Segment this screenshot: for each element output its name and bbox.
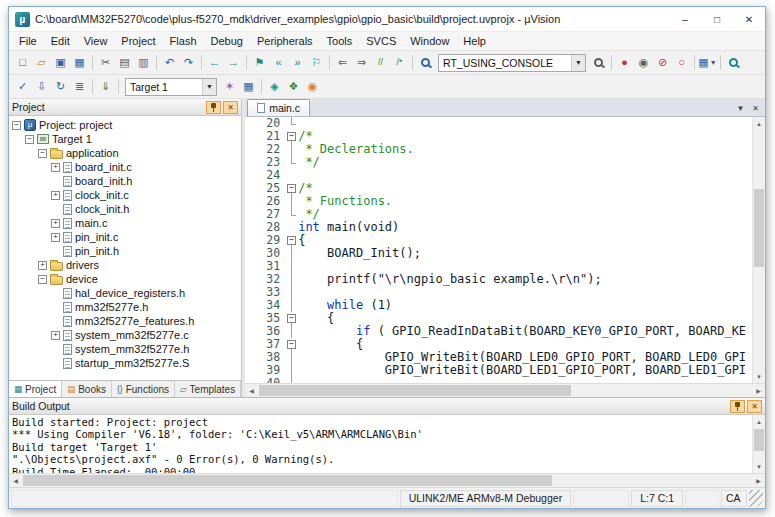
tree-item-main-c[interactable]: +main.c [9,216,241,230]
chevron-down-icon[interactable]: ▼ [710,59,717,66]
menu-item-debug[interactable]: Debug [204,32,250,50]
tree-item-clock-init-c[interactable]: +clock_init.c [9,188,241,202]
scrollbar-thumb[interactable] [754,429,764,451]
editor-horizontal-scrollbar[interactable]: ◀ ▶ [245,383,765,397]
uncomment-selection-button[interactable]: /* [390,53,409,72]
debug-session-button[interactable]: ◉ [303,77,322,96]
menu-item-flash[interactable]: Flash [163,32,204,50]
menu-item-window[interactable]: Window [403,32,456,50]
scroll-right-icon[interactable]: ▶ [752,384,765,397]
chevron-down-icon[interactable]: ▼ [571,55,585,71]
paste-button[interactable]: ▥ [134,53,153,72]
chevron-down-icon[interactable]: ▼ [202,79,216,95]
panel-tab-functions[interactable]: {}Functions [112,381,175,397]
pin-icon[interactable] [730,400,745,413]
code-area[interactable]: 2021−/*22 * Declerations.23 */2425−/*26 … [245,117,752,383]
scroll-left-icon[interactable]: ◀ [245,384,258,397]
scroll-down-icon[interactable]: ▼ [753,460,765,473]
expand-icon[interactable]: + [38,261,47,270]
collapse-icon[interactable]: − [25,135,34,144]
fold-minus-icon[interactable]: − [287,184,296,193]
code-line[interactable]: 28int main(void) [245,221,752,234]
find-text-combo[interactable]: RT_USING_CONSOLE ▼ [438,54,586,72]
collapse-icon[interactable]: − [38,149,47,158]
scrollbar-thumb[interactable] [23,475,552,486]
fold-collapse-icon[interactable]: − [285,338,298,351]
target-select-combo[interactable]: Target 1 ▼ [125,78,217,96]
comment-selection-button[interactable]: // [371,53,390,72]
expand-icon[interactable]: + [51,163,60,172]
build-output-horizontal-scrollbar[interactable]: ◀ ▶ [9,473,765,487]
expand-icon[interactable]: + [51,331,60,340]
menu-item-view[interactable]: View [77,32,115,50]
indent-left-button[interactable]: ⇐ [333,53,352,72]
close-panel-icon[interactable]: ✕ [747,400,762,413]
code-line[interactable]: 30 BOARD_Init(); [245,247,752,260]
insert-breakpoint-button[interactable]: ● [615,53,634,72]
rebuild-all-button[interactable]: ↻ [51,77,70,96]
code-line[interactable]: 24 [245,169,752,182]
menu-item-project[interactable]: Project [114,32,162,50]
scroll-down-icon[interactable]: ▼ [753,370,765,383]
tree-item-pin-init-c[interactable]: +pin_init.c [9,230,241,244]
tree-item-hal-device-registers-h[interactable]: hal_device_registers.h [9,286,241,300]
navigate-forward-button[interactable]: → [224,53,243,72]
manage-project-items-button[interactable]: ▦ [239,77,258,96]
help-search-button[interactable] [724,53,743,72]
fold-minus-icon[interactable]: − [287,132,296,141]
navigate-back-button[interactable]: ← [205,53,224,72]
panel-tab-books[interactable]: ▤Books [62,381,112,397]
tree-item-board-init-h[interactable]: board_init.h [9,174,241,188]
cut-button[interactable]: ✂ [96,53,115,72]
close-panel-icon[interactable]: ✕ [223,101,238,114]
find-button[interactable] [589,53,608,72]
fold-minus-icon[interactable]: − [287,236,296,245]
panel-tab-templates[interactable]: ▱Templates [175,381,241,397]
resize-grip[interactable] [749,490,763,507]
menu-item-tools[interactable]: Tools [320,32,360,50]
collapse-icon[interactable]: − [12,121,21,130]
code-line[interactable]: 22 * Declerations. [245,143,752,156]
bookmark-previous-button[interactable]: « [269,53,288,72]
debugger-status[interactable]: ULINK2/ME ARMv8-M Debugger [400,490,571,507]
save-all-button[interactable]: ▦ [70,53,89,72]
open-file-button[interactable]: ▱ [32,53,51,72]
copy-button[interactable]: ▤ [115,53,134,72]
code-line[interactable]: 20 [245,117,752,130]
maximize-icon[interactable]: □ [701,7,733,31]
tree-item-device[interactable]: −device [9,272,241,286]
tree-item-startup-mm32f5277e-s[interactable]: startup_mm32f5277e.S [9,356,241,370]
translate-file-button[interactable]: ✓ [13,77,32,96]
code-line[interactable]: 23 */ [245,156,752,169]
tree-item-project-project[interactable]: −Project: project [9,118,241,132]
menu-item-peripherals[interactable]: Peripherals [250,32,320,50]
batch-build-button[interactable]: ≣ [70,77,89,96]
scrollbar-thumb[interactable] [754,189,764,267]
tree-item-system-mm32f5277e-h[interactable]: system_mm32f5277e.h [9,342,241,356]
download-to-flash-button[interactable]: ⇓ [96,77,115,96]
build-button[interactable]: ⇩ [32,77,51,96]
bookmark-clear-all-button[interactable]: ⚐ [307,53,326,72]
indent-right-button[interactable]: ⇒ [352,53,371,72]
disable-all-breakpoints-button[interactable]: ⊘ [653,53,672,72]
find-in-files-button[interactable] [416,53,435,72]
menu-item-file[interactable]: File [12,32,44,50]
fold-collapse-icon[interactable]: − [285,234,298,247]
build-output-vertical-scrollbar[interactable]: ▲ ▼ [752,415,765,473]
scrollbar-thumb[interactable] [259,385,571,396]
tree-item-system-mm32f5277e-c[interactable]: +system_mm32f5277e.c [9,328,241,342]
enable-disable-breakpoint-button[interactable]: ◉ [634,53,653,72]
fold-collapse-icon[interactable]: − [285,130,298,143]
undo-button[interactable]: ↶ [160,53,179,72]
tree-item-board-init-c[interactable]: +board_init.c [9,160,241,174]
pin-icon[interactable] [206,101,221,114]
tab-list-icon[interactable]: ▼ [734,104,747,113]
close-icon[interactable]: ✕ [733,7,765,31]
editor-tab-main-c[interactable]: main.c [247,99,310,116]
new-file-button[interactable]: □ [13,53,32,72]
debug-restore-views-button[interactable]: ▦▼ [698,53,717,72]
expand-icon[interactable]: + [51,191,60,200]
panel-tab-project[interactable]: ▦Project [9,381,62,397]
fold-collapse-icon[interactable]: − [285,182,298,195]
close-document-icon[interactable]: ✕ [749,104,762,113]
